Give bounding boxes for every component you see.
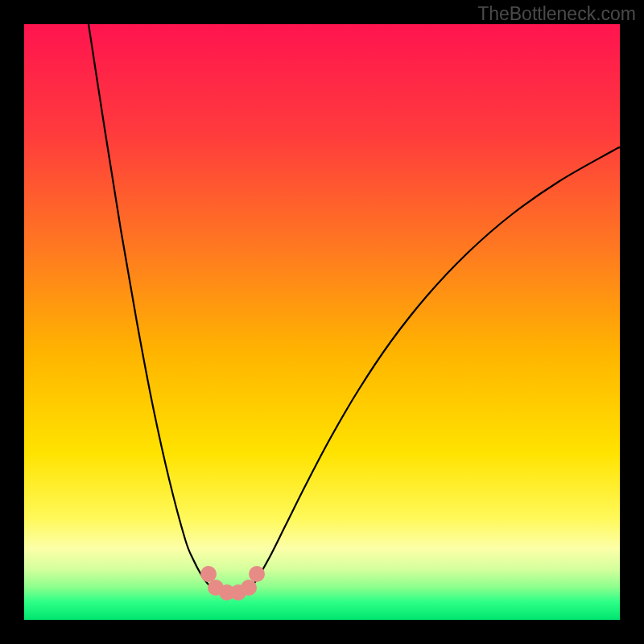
- chart-frame: TheBottleneck.com: [0, 0, 644, 644]
- plot-area: [24, 24, 620, 620]
- gradient-background: [24, 24, 620, 620]
- chart-svg: [24, 24, 620, 620]
- watermark-label: TheBottleneck.com: [477, 3, 636, 25]
- floor-marker: [200, 566, 217, 582]
- floor-marker: [249, 566, 265, 582]
- floor-marker: [241, 580, 257, 596]
